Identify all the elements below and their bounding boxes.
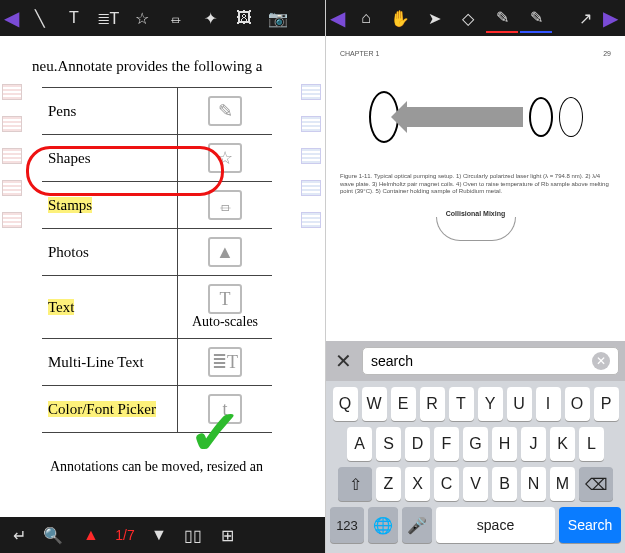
search-input[interactable] xyxy=(371,353,586,369)
search-bar: ✕ ✕ xyxy=(326,341,625,381)
stamp-tool-icon[interactable]: ⏛ xyxy=(160,2,192,34)
stamp-icon: ⏛ xyxy=(208,190,242,220)
key-g[interactable]: G xyxy=(463,427,488,461)
key-numbers[interactable]: 123 xyxy=(330,507,364,543)
key-d[interactable]: D xyxy=(405,427,430,461)
table-row: TextTAuto-scales xyxy=(42,276,272,339)
draw-line-icon[interactable]: ╲ xyxy=(24,2,56,34)
intro-text: neu.Annotate provides the following a xyxy=(32,58,317,75)
pencil-red-icon[interactable]: ✎ xyxy=(486,3,518,33)
back-arrow-icon[interactable]: ◀ xyxy=(330,6,348,30)
back-arrow-icon[interactable]: ◀ xyxy=(4,6,22,30)
key-n[interactable]: N xyxy=(521,467,546,501)
key-x[interactable]: X xyxy=(405,467,430,501)
key-s[interactable]: S xyxy=(376,427,401,461)
thumb-icon xyxy=(301,116,321,132)
forward-arrow-icon[interactable]: ▶ xyxy=(603,6,621,30)
key-y[interactable]: Y xyxy=(478,387,503,421)
figure-diagram xyxy=(340,67,611,167)
left-document[interactable]: neu.Annotate provides the following a Pe… xyxy=(0,36,325,517)
left-thumb-strip xyxy=(2,84,24,228)
page-number: 29 xyxy=(603,50,611,57)
compass-tool-icon[interactable]: ✦ xyxy=(194,2,226,34)
key-j[interactable]: J xyxy=(521,427,546,461)
cursor-icon[interactable]: ➤ xyxy=(418,2,450,34)
keyboard: Q W E R T Y U I O P A S D F G H J K L ⇧ … xyxy=(326,381,625,553)
chapter-label: CHAPTER 1 xyxy=(340,50,379,57)
key-o[interactable]: O xyxy=(565,387,590,421)
thumb-icon xyxy=(301,148,321,164)
figure-caption: Figure 1-11. Typical optical pumping set… xyxy=(340,173,611,196)
hand-icon[interactable]: ✋ xyxy=(384,2,416,34)
key-f[interactable]: F xyxy=(434,427,459,461)
shapes-tool-icon[interactable]: ☆ xyxy=(126,2,158,34)
beam-icon xyxy=(405,107,523,127)
key-w[interactable]: W xyxy=(362,387,387,421)
thumbnails-icon[interactable]: ⊞ xyxy=(212,520,242,550)
thumb-icon xyxy=(2,180,22,196)
right-document[interactable]: CHAPTER 1 29 Figure 1-11. Typical optica… xyxy=(326,36,625,341)
keyboard-row-4: 123 🌐 🎤 space Search xyxy=(330,507,621,543)
key-u[interactable]: U xyxy=(507,387,532,421)
key-space[interactable]: space xyxy=(436,507,555,543)
share-icon[interactable]: ↗ xyxy=(569,2,601,34)
key-z[interactable]: Z xyxy=(376,467,401,501)
keyboard-row-3: ⇧ Z X C V B N M ⌫ xyxy=(330,467,621,501)
return-icon[interactable]: ↵ xyxy=(4,520,34,550)
key-h[interactable]: H xyxy=(492,427,517,461)
cell-label: Stamps xyxy=(48,197,92,213)
key-e[interactable]: E xyxy=(391,387,416,421)
key-m[interactable]: M xyxy=(550,467,575,501)
table-row: Multi-Line Text≣T xyxy=(42,339,272,386)
key-r[interactable]: R xyxy=(420,387,445,421)
search-field[interactable]: ✕ xyxy=(362,347,619,375)
page-indicator: 1/7 xyxy=(110,527,140,543)
table-row: Shapes☆ xyxy=(42,135,272,182)
cell-label: Color/Font Picker xyxy=(48,401,156,417)
multiline-text-icon[interactable]: ≣T xyxy=(92,2,124,34)
right-toolbar: ◀ ⌂ ✋ ➤ ◇ ✎ ✎ ↗ ▶ xyxy=(326,0,625,36)
key-v[interactable]: V xyxy=(463,467,488,501)
key-p[interactable]: P xyxy=(594,387,619,421)
prev-page-icon[interactable]: ▲ xyxy=(76,520,106,550)
collisional-heading: Collisional Mixing xyxy=(340,210,611,217)
key-a[interactable]: A xyxy=(347,427,372,461)
key-k[interactable]: K xyxy=(550,427,575,461)
close-icon[interactable]: ✕ xyxy=(332,349,354,373)
key-b[interactable]: B xyxy=(492,467,517,501)
key-backspace[interactable]: ⌫ xyxy=(579,467,613,501)
photo-tool-icon[interactable]: 🖼 xyxy=(228,2,260,34)
coil-icon xyxy=(529,97,553,137)
next-page-icon[interactable]: ▼ xyxy=(144,520,174,550)
key-mic[interactable]: 🎤 xyxy=(402,507,432,543)
key-i[interactable]: I xyxy=(536,387,561,421)
bookmarks-icon[interactable]: ▯▯ xyxy=(178,520,208,550)
key-q[interactable]: Q xyxy=(333,387,358,421)
home-icon[interactable]: ⌂ xyxy=(350,2,382,34)
camera-tool-icon[interactable]: 📷 xyxy=(262,2,294,34)
table-row: Stamps⏛ xyxy=(42,182,272,229)
thumb-icon xyxy=(2,116,22,132)
key-globe[interactable]: 🌐 xyxy=(368,507,398,543)
thumb-icon xyxy=(301,180,321,196)
key-shift[interactable]: ⇧ xyxy=(338,467,372,501)
key-t[interactable]: T xyxy=(449,387,474,421)
clear-icon[interactable]: ✕ xyxy=(592,352,610,370)
key-search[interactable]: Search xyxy=(559,507,621,543)
key-l[interactable]: L xyxy=(579,427,604,461)
eraser-icon[interactable]: ◇ xyxy=(452,2,484,34)
font-picker-icon: t xyxy=(208,394,242,424)
text-tool-icon[interactable]: T xyxy=(58,2,90,34)
table-row: Pens✎ xyxy=(42,88,272,135)
left-toolbar: ◀ ╲ T ≣T ☆ ⏛ ✦ 🖼 📷 xyxy=(0,0,325,36)
key-c[interactable]: C xyxy=(434,467,459,501)
cell-label: Text xyxy=(48,299,74,315)
pencil-icon: ✎ xyxy=(208,96,242,126)
thumb-icon xyxy=(2,212,22,228)
waveplate-icon xyxy=(559,97,583,137)
search-icon[interactable]: 🔍 xyxy=(38,520,68,550)
pencil-blue-icon[interactable]: ✎ xyxy=(520,3,552,33)
cell-label: Photos xyxy=(48,244,89,260)
multiline-icon: ≣T xyxy=(208,347,242,377)
right-thumb-strip xyxy=(301,84,323,228)
